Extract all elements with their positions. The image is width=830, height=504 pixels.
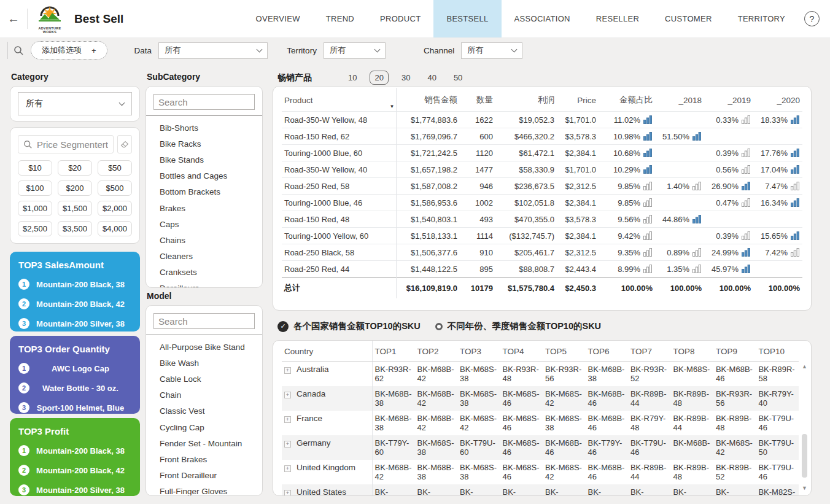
subcategory-item[interactable]: Cleaners xyxy=(160,249,255,265)
page-size-40[interactable]: 40 xyxy=(423,71,440,84)
expand-icon[interactable]: + xyxy=(284,367,291,374)
tab-overview[interactable]: OVERVIEW xyxy=(243,0,313,37)
price-button[interactable]: $20 xyxy=(58,160,92,176)
country-row[interactable]: +AustraliaBK-R93R-62BK-M68B-42BK-M68S-38… xyxy=(282,362,799,387)
sku-column-header-top6[interactable]: TOP6 xyxy=(585,341,627,362)
price-button[interactable]: $2,000 xyxy=(98,201,132,216)
subcategory-item[interactable]: Chains xyxy=(160,232,255,248)
scroll-down-icon[interactable]: ▼ xyxy=(801,484,809,492)
subcategory-item[interactable]: Bib-Shorts xyxy=(160,120,255,136)
expand-icon[interactable]: + xyxy=(284,441,291,448)
tab-bestsell[interactable]: BESTSELL xyxy=(433,0,501,37)
product-row[interactable]: Touring-1000 Blue, 60$1,721,242.51120$61… xyxy=(282,145,802,161)
sku-column-header-top2[interactable]: TOP2 xyxy=(415,341,457,362)
add-filter-button[interactable]: 添加筛选项 + xyxy=(31,41,107,60)
tab-customer[interactable]: CUSTOMER xyxy=(652,0,725,37)
tab-territory[interactable]: TERRITORY xyxy=(725,0,798,37)
country-row[interactable]: +United KingdomBK-M68B-42BK-M68B-38BK-M6… xyxy=(282,460,799,484)
sku-column-header-top9[interactable]: TOP9 xyxy=(713,341,756,362)
filter-dropdown-territory[interactable]: 所有 xyxy=(324,42,386,59)
filter-dropdown-data[interactable]: 所有 xyxy=(158,42,268,59)
subcategory-item[interactable]: Cranksets xyxy=(160,265,255,281)
price-button[interactable]: $4,000 xyxy=(98,221,132,236)
product-row[interactable]: Touring-1000 Yellow, 60$1,518,133.11114(… xyxy=(282,228,802,244)
model-item[interactable]: Classic Vest xyxy=(160,403,255,419)
scroll-up-icon[interactable]: ▲ xyxy=(801,363,809,370)
product-row[interactable]: Road-150 Red, 62$1,769,096.7600$466,320.… xyxy=(282,128,802,145)
subcategory-item[interactable]: Bike Stands xyxy=(160,152,255,168)
column-header-1[interactable]: Product▼ xyxy=(282,88,396,112)
price-button[interactable]: $10 xyxy=(18,160,52,176)
price-button[interactable]: $1,000 xyxy=(18,201,52,216)
column-header-7[interactable]: _2018 xyxy=(655,88,704,112)
model-item[interactable]: Fender Set - Mountain xyxy=(160,435,255,451)
product-row[interactable]: Touring-1000 Blue, 46$1,586,953.61002$10… xyxy=(282,195,802,211)
model-search-input[interactable] xyxy=(153,313,255,329)
product-row[interactable]: Road-350-W Yellow, 40$1,657,198.21477$58… xyxy=(282,161,802,178)
subcategory-item[interactable]: Bike Racks xyxy=(160,136,255,152)
model-item[interactable]: Bike Wash xyxy=(160,355,255,371)
country-row[interactable]: +CanadaBK-M68B-38BK-M68B-42BK-M68S-38BK-… xyxy=(282,386,799,411)
price-button[interactable]: $500 xyxy=(98,180,132,196)
model-item[interactable]: All-Purpose Bike Stand xyxy=(160,339,255,355)
sku-view-option-2[interactable]: 不同年份、季度销售金额TOP10的SKU xyxy=(435,320,601,332)
page-size-10[interactable]: 10 xyxy=(344,71,361,84)
country-row[interactable]: +United StatesBK-BK-BK-BK-BK-BK-BK-BK-BK… xyxy=(282,484,799,496)
page-size-20[interactable]: 20 xyxy=(370,71,388,85)
price-button[interactable]: $200 xyxy=(58,180,92,196)
price-button[interactable]: $3,500 xyxy=(58,221,92,236)
price-button[interactable]: $50 xyxy=(98,160,132,176)
subcategory-item[interactable]: Bottom Brackets xyxy=(160,184,255,200)
product-row[interactable]: Road-250 Red, 44$1,448,122.5895$88,808.7… xyxy=(282,261,802,277)
filter-dropdown-channel[interactable]: 所有 xyxy=(461,42,522,59)
sku-column-header-top7[interactable]: TOP7 xyxy=(628,341,670,362)
column-header-9[interactable]: _2020 xyxy=(753,88,802,112)
tab-trend[interactable]: TREND xyxy=(313,0,367,37)
tab-reseller[interactable]: RESELLER xyxy=(583,0,652,37)
vertical-scrollbar[interactable]: ▲ ▼ xyxy=(801,363,809,492)
sku-column-header-top1[interactable]: TOP1 xyxy=(372,341,414,362)
category-dropdown[interactable]: 所有 xyxy=(18,92,132,115)
subcategory-item[interactable]: Caps xyxy=(160,216,255,232)
sku-column-header-top3[interactable]: TOP3 xyxy=(457,341,500,362)
search-icon[interactable] xyxy=(14,45,24,56)
price-button[interactable]: $2,500 xyxy=(18,221,52,236)
tab-association[interactable]: ASSOCIATION xyxy=(502,0,583,37)
column-header-8[interactable]: _2019 xyxy=(704,88,753,112)
sku-column-header-top4[interactable]: TOP4 xyxy=(500,341,543,362)
subcategory-item[interactable]: Bottles and Cages xyxy=(160,168,255,184)
sku-view-option-1[interactable]: ✓各个国家销售金额TOP10的SKU xyxy=(277,320,421,332)
country-row[interactable]: +FranceBK-M68B-38BK-M68B-42BK-M68S-42BK-… xyxy=(282,411,799,435)
tab-product[interactable]: PRODUCT xyxy=(367,0,433,37)
sku-column-header-top8[interactable]: TOP8 xyxy=(670,341,713,362)
model-item[interactable]: Chain xyxy=(160,387,255,403)
product-row[interactable]: Road-150 Red, 48$1,540,803.1493$470,355.… xyxy=(282,211,802,228)
product-row[interactable]: Road-250 Black, 58$1,506,377.6910$205,46… xyxy=(282,244,802,261)
help-icon[interactable]: ? xyxy=(804,11,820,26)
eraser-button[interactable] xyxy=(117,135,132,153)
subcategory-item[interactable]: Brakes xyxy=(160,200,255,216)
sku-column-header-top10[interactable]: TOP10 xyxy=(756,341,799,362)
page-size-30[interactable]: 30 xyxy=(397,71,414,84)
product-row[interactable]: Road-250 Red, 58$1,587,008.2946$236,673.… xyxy=(282,178,802,195)
expand-icon[interactable]: + xyxy=(284,392,291,398)
subcategory-item[interactable]: Derailleurs xyxy=(160,281,255,288)
column-header-6[interactable]: 金额占比 xyxy=(599,88,655,112)
sku-column-header-country[interactable]: Country xyxy=(282,341,372,362)
product-row[interactable]: Road-350-W Yellow, 48$1,774,883.61622$19… xyxy=(282,112,802,128)
price-button[interactable]: $100 xyxy=(18,180,52,196)
column-header-3[interactable]: 数量 xyxy=(460,88,495,112)
column-header-2[interactable]: 销售金额 xyxy=(396,88,460,112)
column-header-4[interactable]: 利润 xyxy=(495,88,557,112)
subcategory-search-input[interactable] xyxy=(153,94,255,110)
model-item[interactable]: Front Derailleur xyxy=(160,468,255,484)
expand-icon[interactable]: + xyxy=(284,490,291,496)
page-size-50[interactable]: 50 xyxy=(449,71,467,84)
sku-column-header-top5[interactable]: TOP5 xyxy=(543,341,585,362)
price-button[interactable]: $1,500 xyxy=(58,201,92,216)
back-button[interactable]: ← xyxy=(0,0,27,37)
expand-icon[interactable]: + xyxy=(284,465,291,472)
price-segment-search[interactable]: Price Segmentert xyxy=(18,135,114,153)
model-item[interactable]: Cable Lock xyxy=(160,371,255,387)
country-row[interactable]: +GermanyBK-T79Y-60BK-M68S-38BK-T79U-60BK… xyxy=(282,435,799,460)
